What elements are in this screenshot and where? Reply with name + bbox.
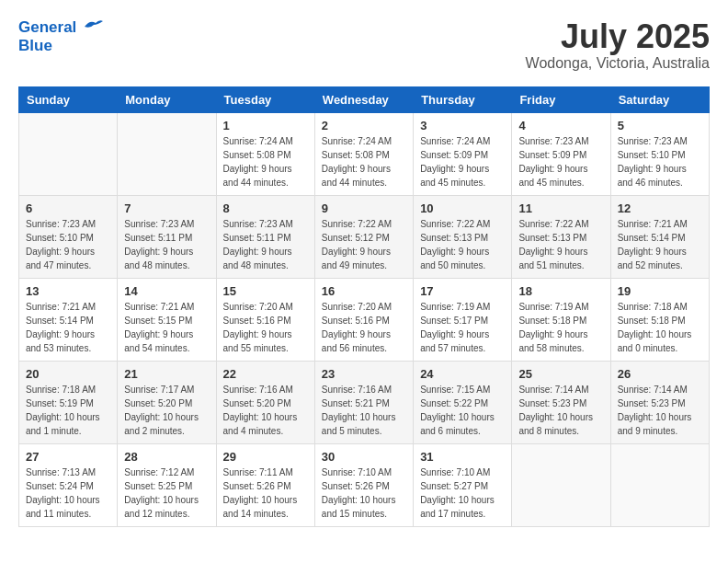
logo-blue: Blue [18, 37, 103, 55]
calendar-cell: 12Sunrise: 7:21 AM Sunset: 5:14 PM Dayli… [610, 195, 709, 278]
day-number: 15 [223, 284, 308, 298]
day-info: Sunrise: 7:18 AM Sunset: 5:19 PM Dayligh… [26, 383, 110, 438]
calendar-cell: 6Sunrise: 7:23 AM Sunset: 5:10 PM Daylig… [19, 195, 118, 278]
calendar-cell [610, 443, 709, 526]
day-number: 16 [322, 284, 406, 298]
calendar-cell: 18Sunrise: 7:19 AM Sunset: 5:18 PM Dayli… [512, 278, 610, 361]
calendar-cell: 16Sunrise: 7:20 AM Sunset: 5:16 PM Dayli… [314, 278, 413, 361]
calendar-cell: 20Sunrise: 7:18 AM Sunset: 5:19 PM Dayli… [19, 361, 118, 443]
day-number: 18 [518, 284, 603, 298]
calendar-cell: 5Sunrise: 7:23 AM Sunset: 5:10 PM Daylig… [610, 112, 709, 195]
day-info: Sunrise: 7:23 AM Sunset: 5:10 PM Dayligh… [26, 217, 110, 272]
day-number: 3 [420, 119, 505, 132]
day-info: Sunrise: 7:21 AM Sunset: 5:14 PM Dayligh… [618, 217, 702, 272]
day-info: Sunrise: 7:19 AM Sunset: 5:18 PM Dayligh… [518, 300, 603, 355]
calendar-cell: 11Sunrise: 7:22 AM Sunset: 5:13 PM Dayli… [512, 195, 610, 278]
calendar-cell: 24Sunrise: 7:15 AM Sunset: 5:22 PM Dayli… [414, 361, 512, 443]
day-info: Sunrise: 7:23 AM Sunset: 5:10 PM Dayligh… [618, 134, 702, 190]
calendar-cell: 9Sunrise: 7:22 AM Sunset: 5:12 PM Daylig… [314, 195, 413, 278]
logo-bird-icon [83, 17, 103, 32]
calendar-week-1: 1Sunrise: 7:24 AM Sunset: 5:08 PM Daylig… [19, 112, 710, 195]
calendar-week-5: 27Sunrise: 7:13 AM Sunset: 5:24 PM Dayli… [19, 443, 710, 526]
calendar-header-row: Sunday Monday Tuesday Wednesday Thursday… [19, 86, 710, 112]
day-info: Sunrise: 7:15 AM Sunset: 5:22 PM Dayligh… [420, 383, 505, 438]
day-number: 24 [420, 367, 505, 381]
calendar-cell [19, 112, 118, 195]
day-info: Sunrise: 7:14 AM Sunset: 5:23 PM Dayligh… [518, 383, 603, 438]
day-number: 10 [420, 201, 505, 215]
calendar-cell: 7Sunrise: 7:23 AM Sunset: 5:11 PM Daylig… [118, 195, 216, 278]
day-number: 23 [322, 367, 406, 381]
logo: General Blue [18, 18, 103, 54]
day-number: 4 [518, 119, 603, 132]
day-number: 5 [618, 119, 702, 132]
calendar-cell: 1Sunrise: 7:24 AM Sunset: 5:08 PM Daylig… [216, 112, 314, 195]
calendar-cell: 19Sunrise: 7:18 AM Sunset: 5:18 PM Dayli… [610, 278, 709, 361]
day-info: Sunrise: 7:24 AM Sunset: 5:09 PM Dayligh… [420, 134, 505, 190]
title-section: July 2025 Wodonga, Victoria, Australia [526, 18, 710, 72]
calendar-cell: 3Sunrise: 7:24 AM Sunset: 5:09 PM Daylig… [414, 112, 512, 195]
day-info: Sunrise: 7:20 AM Sunset: 5:16 PM Dayligh… [223, 300, 308, 355]
day-info: Sunrise: 7:18 AM Sunset: 5:18 PM Dayligh… [618, 300, 702, 355]
day-info: Sunrise: 7:23 AM Sunset: 5:09 PM Dayligh… [518, 134, 603, 190]
day-info: Sunrise: 7:22 AM Sunset: 5:12 PM Dayligh… [322, 217, 406, 272]
col-sunday: Sunday [19, 86, 118, 112]
day-info: Sunrise: 7:16 AM Sunset: 5:21 PM Dayligh… [322, 383, 406, 438]
day-number: 26 [618, 367, 702, 381]
col-thursday: Thursday [414, 86, 512, 112]
day-number: 27 [26, 450, 110, 464]
day-number: 17 [420, 284, 505, 298]
day-info: Sunrise: 7:13 AM Sunset: 5:24 PM Dayligh… [26, 465, 110, 521]
calendar-cell [118, 112, 216, 195]
col-friday: Friday [512, 86, 610, 112]
calendar-cell: 23Sunrise: 7:16 AM Sunset: 5:21 PM Dayli… [314, 361, 413, 443]
calendar-cell: 27Sunrise: 7:13 AM Sunset: 5:24 PM Dayli… [19, 443, 118, 526]
day-number: 21 [124, 367, 209, 381]
calendar-cell: 22Sunrise: 7:16 AM Sunset: 5:20 PM Dayli… [216, 361, 314, 443]
col-wednesday: Wednesday [314, 86, 413, 112]
calendar-cell: 31Sunrise: 7:10 AM Sunset: 5:27 PM Dayli… [414, 443, 512, 526]
day-info: Sunrise: 7:16 AM Sunset: 5:20 PM Dayligh… [223, 383, 308, 438]
calendar-cell: 14Sunrise: 7:21 AM Sunset: 5:15 PM Dayli… [118, 278, 216, 361]
calendar-cell: 8Sunrise: 7:23 AM Sunset: 5:11 PM Daylig… [216, 195, 314, 278]
day-info: Sunrise: 7:21 AM Sunset: 5:15 PM Dayligh… [124, 300, 209, 355]
day-info: Sunrise: 7:10 AM Sunset: 5:27 PM Dayligh… [420, 465, 505, 521]
day-info: Sunrise: 7:22 AM Sunset: 5:13 PM Dayligh… [420, 217, 505, 272]
day-info: Sunrise: 7:23 AM Sunset: 5:11 PM Dayligh… [124, 217, 209, 272]
col-tuesday: Tuesday [216, 86, 314, 112]
calendar-cell: 25Sunrise: 7:14 AM Sunset: 5:23 PM Dayli… [512, 361, 610, 443]
day-number: 6 [26, 201, 110, 215]
calendar-cell: 26Sunrise: 7:14 AM Sunset: 5:23 PM Dayli… [610, 361, 709, 443]
day-number: 7 [124, 201, 209, 215]
day-info: Sunrise: 7:19 AM Sunset: 5:17 PM Dayligh… [420, 300, 505, 355]
calendar-cell: 4Sunrise: 7:23 AM Sunset: 5:09 PM Daylig… [512, 112, 610, 195]
calendar-week-4: 20Sunrise: 7:18 AM Sunset: 5:19 PM Dayli… [19, 361, 710, 443]
calendar-cell: 13Sunrise: 7:21 AM Sunset: 5:14 PM Dayli… [19, 278, 118, 361]
calendar-cell: 30Sunrise: 7:10 AM Sunset: 5:26 PM Dayli… [314, 443, 413, 526]
day-number: 29 [223, 450, 308, 464]
day-number: 14 [124, 284, 209, 298]
calendar-cell: 29Sunrise: 7:11 AM Sunset: 5:26 PM Dayli… [216, 443, 314, 526]
day-number: 30 [322, 450, 406, 464]
day-info: Sunrise: 7:14 AM Sunset: 5:23 PM Dayligh… [618, 383, 702, 438]
day-info: Sunrise: 7:20 AM Sunset: 5:16 PM Dayligh… [322, 300, 406, 355]
day-info: Sunrise: 7:21 AM Sunset: 5:14 PM Dayligh… [26, 300, 110, 355]
calendar-cell: 2Sunrise: 7:24 AM Sunset: 5:08 PM Daylig… [314, 112, 413, 195]
day-number: 1 [223, 119, 308, 132]
col-saturday: Saturday [610, 86, 709, 112]
calendar-cell: 17Sunrise: 7:19 AM Sunset: 5:17 PM Dayli… [414, 278, 512, 361]
calendar-cell: 15Sunrise: 7:20 AM Sunset: 5:16 PM Dayli… [216, 278, 314, 361]
day-number: 2 [322, 119, 406, 132]
day-info: Sunrise: 7:12 AM Sunset: 5:25 PM Dayligh… [124, 465, 209, 521]
day-number: 19 [618, 284, 702, 298]
col-monday: Monday [118, 86, 216, 112]
day-info: Sunrise: 7:11 AM Sunset: 5:26 PM Dayligh… [223, 465, 308, 521]
calendar-cell: 21Sunrise: 7:17 AM Sunset: 5:20 PM Dayli… [118, 361, 216, 443]
day-number: 8 [223, 201, 308, 215]
month-title: July 2025 [526, 18, 710, 55]
day-number: 12 [618, 201, 702, 215]
calendar-table: Sunday Monday Tuesday Wednesday Thursday… [18, 86, 710, 527]
calendar-cell: 28Sunrise: 7:12 AM Sunset: 5:25 PM Dayli… [118, 443, 216, 526]
logo-general: General [18, 18, 76, 36]
day-number: 31 [420, 450, 505, 464]
